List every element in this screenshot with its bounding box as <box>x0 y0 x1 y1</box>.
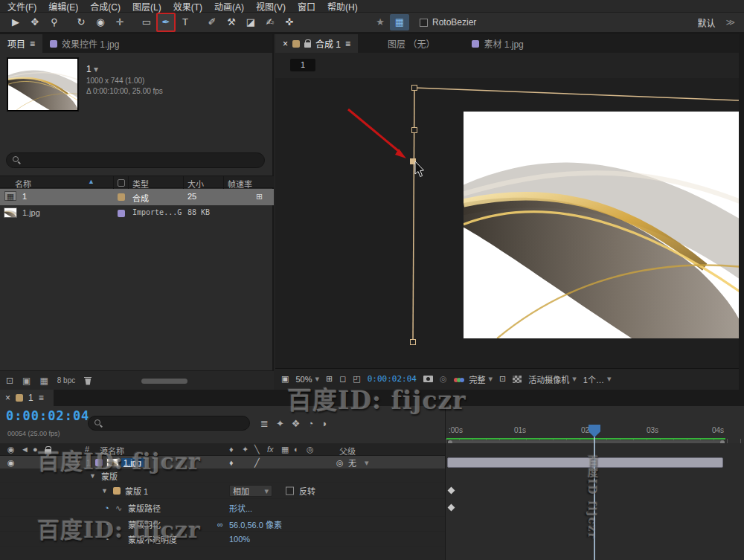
new-folder-icon[interactable]: ▣ <box>22 376 31 386</box>
label-chip[interactable] <box>118 193 125 201</box>
switch-fx-icon[interactable]: fx <box>267 445 274 454</box>
mask-path-value[interactable]: 形状... <box>229 502 252 514</box>
tab-composition[interactable]: × 合成 1 ≡ <box>275 34 358 53</box>
solo-icon[interactable]: ● <box>33 445 38 454</box>
layer-row[interactable]: ◉ ▼ 1 1.jpg ♦ ╱ ◎ 无 ▾ <box>0 456 445 469</box>
transparency-grid-icon[interactable] <box>513 376 522 383</box>
roto-brush-tool-icon[interactable]: ✍ <box>260 14 280 30</box>
grid-guides-icon[interactable]: ⊞ <box>326 374 333 384</box>
mask-path-segment[interactable] <box>413 88 414 342</box>
tab-effect-controls[interactable]: 效果控件 1.jpg <box>42 34 126 53</box>
link-icon[interactable]: ∞ <box>217 520 223 529</box>
type-tool-icon[interactable]: T <box>176 14 195 30</box>
label-chip[interactable] <box>118 210 125 217</box>
graph-icon[interactable]: ∿ <box>115 503 122 512</box>
mask-vertex-selected[interactable] <box>411 159 416 164</box>
mask-visibility-icon[interactable]: ◻ <box>339 374 346 384</box>
tab-timeline-comp[interactable]: × 1 ≡ <box>0 390 54 406</box>
stopwatch-icon[interactable]: ◔ <box>104 503 109 512</box>
mask-color-chip[interactable] <box>113 487 121 495</box>
new-composition-icon[interactable]: ▦ <box>39 376 48 386</box>
tab-layer[interactable]: 图层 （无） <box>380 34 442 53</box>
panel-menu-icon[interactable]: ≡ <box>39 393 44 403</box>
composition-flowchart-icon[interactable]: ≣ <box>260 418 269 429</box>
parent-pickwhip-icon[interactable]: ◎ <box>336 457 344 467</box>
trash-icon[interactable] <box>84 376 92 385</box>
menu-item-layer[interactable]: 图层(L) <box>126 0 167 13</box>
mask-name[interactable]: 蒙版 1 <box>125 485 148 497</box>
mask-invert-checkbox[interactable] <box>286 486 294 495</box>
lock-icon[interactable] <box>45 449 51 454</box>
camera-select[interactable]: 活动摄像机▾ <box>528 373 577 385</box>
menu-item-help[interactable]: 帮助(H) <box>321 0 364 13</box>
table-row-footage[interactable]: 1.jpg Importe...G 88 KB <box>0 205 274 222</box>
composition-mini-flowchart[interactable]: 1 <box>290 59 315 71</box>
frame-blending-icon[interactable]: ◔ <box>307 418 313 429</box>
chevron-down-icon[interactable]: ▾ <box>94 64 98 74</box>
menu-item-view[interactable]: 视图(V) <box>250 0 292 13</box>
interpret-footage-icon[interactable]: ⊡ <box>6 376 13 386</box>
column-size[interactable]: 大小 <box>187 178 204 190</box>
mask-vertex[interactable] <box>412 128 417 133</box>
project-item-name[interactable]: 1 ▾ <box>86 64 98 74</box>
menu-item-window[interactable]: 窗口 <box>292 0 321 13</box>
mask-feather-value[interactable]: 56.0,56.0 像素 <box>229 518 282 530</box>
mask-vertex[interactable] <box>412 86 417 91</box>
mask-mode-icon[interactable]: ▦ <box>390 14 409 30</box>
close-icon[interactable]: × <box>5 393 10 403</box>
sort-asc-icon[interactable]: ▲ <box>88 178 94 185</box>
collapse-icon[interactable]: ▼ <box>101 487 108 495</box>
panel-menu-icon[interactable]: ≡ <box>345 39 350 49</box>
column-name[interactable]: 名称 <box>15 178 31 190</box>
table-row-comp[interactable]: ▦ 1 合成 25 ⊞ <box>0 189 274 205</box>
hand-tool-icon[interactable]: ✥ <box>25 14 45 30</box>
label-chip[interactable] <box>95 459 103 466</box>
switch-motion-blur-icon[interactable]: ◐ <box>294 445 299 454</box>
selection-tool-icon[interactable]: ▶ <box>6 14 25 30</box>
star-icon[interactable]: ★ <box>371 14 390 30</box>
always-preview-icon[interactable]: ▣ <box>281 374 289 384</box>
column-source-name[interactable]: 源名称 <box>100 445 124 457</box>
show-snapshot-icon[interactable]: ◎ <box>440 374 447 384</box>
shy-layers-icon[interactable]: ❖ <box>292 418 301 429</box>
quality-switch[interactable]: ♦ <box>229 458 234 467</box>
current-time-display[interactable]: 0:00:02:04 <box>6 408 89 423</box>
show-channels-icon[interactable] <box>454 375 463 384</box>
collapse-icon[interactable]: ▼ <box>89 472 96 480</box>
mask-vertex[interactable] <box>411 340 416 345</box>
color-depth-button[interactable]: 8 bpc <box>57 376 75 384</box>
mask-path-segment[interactable] <box>414 88 739 100</box>
switch-quality-icon[interactable]: ♦ <box>229 445 234 454</box>
mask-mode-select[interactable]: 相加▾ <box>229 485 272 497</box>
tab-footage[interactable]: 素材 1.jpg <box>464 34 530 53</box>
eraser-tool-icon[interactable]: ◪ <box>241 14 260 30</box>
mask-group-row[interactable]: ▼ 蒙版 <box>0 469 445 483</box>
pan-behind-tool-icon[interactable]: ✛ <box>110 14 129 30</box>
preview-time-display[interactable]: 0:00:02:04 <box>368 374 417 384</box>
menu-item-effect[interactable]: 效果(T) <box>167 0 208 13</box>
zoom-tool-icon[interactable]: ⚲ <box>45 14 64 30</box>
layer-name[interactable]: 1.jpg <box>121 458 144 467</box>
composition-viewport[interactable] <box>275 78 739 368</box>
menu-item-edit[interactable]: 编辑(E) <box>42 0 84 13</box>
parent-select[interactable]: 无 <box>348 457 356 469</box>
resolution-select[interactable]: 完整▾ <box>469 373 493 385</box>
camera-tool-icon[interactable]: ◉ <box>91 14 110 30</box>
target-region-icon[interactable]: ⊡ <box>499 374 506 384</box>
rotobezier-checkbox[interactable] <box>420 19 428 27</box>
menu-item-animation[interactable]: 动画(A) <box>208 0 250 13</box>
eye-icon[interactable]: ◉ <box>7 445 15 454</box>
draft-3d-icon[interactable]: ✦ <box>276 418 284 429</box>
magnification-select[interactable]: 50%▾ <box>295 374 319 384</box>
close-icon[interactable]: × <box>283 39 288 49</box>
collapse-icon[interactable]: ▼ <box>74 459 81 466</box>
vertical-scrollbar[interactable] <box>739 34 744 390</box>
column-parent[interactable]: 父级 <box>339 445 356 457</box>
workspace-label[interactable]: 默认 <box>697 16 715 29</box>
network-render-icon[interactable]: ⊞ <box>256 192 263 202</box>
stopwatch-icon[interactable]: ◔ <box>104 520 109 529</box>
label-column-icon[interactable] <box>118 179 125 187</box>
puppet-pin-tool-icon[interactable]: ✜ <box>280 14 299 30</box>
snapshot-camera-icon[interactable] <box>423 376 433 382</box>
column-framerate[interactable]: 帧速率 <box>228 178 252 190</box>
